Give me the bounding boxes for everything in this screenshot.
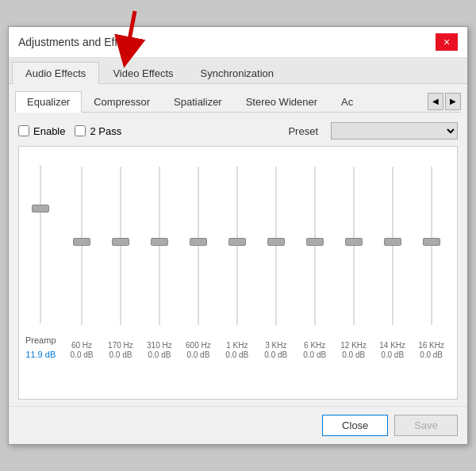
slider-group: 60 Hz0.0 dB170 Hz0.0 dB310 Hz0.0 dB600 H…: [63, 153, 451, 359]
slider-col-4: 1 KHz0.0 dB: [217, 153, 256, 359]
slider-col-1: 170 Hz0.0 dB: [101, 153, 140, 359]
vert-track-0: [81, 167, 83, 325]
vert-thumb-4[interactable]: [228, 238, 246, 246]
slider-track-2: [159, 153, 160, 338]
content-area: Equalizer Compressor Spatializer Stereo …: [9, 84, 467, 406]
slider-track-5: [275, 153, 277, 338]
vert-thumb-8[interactable]: [384, 238, 401, 246]
slider-track-6: [314, 153, 316, 338]
vert-thumb-2[interactable]: [151, 238, 168, 246]
preset-label: Preset: [288, 125, 318, 137]
close-button[interactable]: ×: [436, 33, 458, 51]
two-pass-checkbox-label[interactable]: 2 Pass: [75, 125, 121, 137]
dialog-title: Adjustments and Effects: [18, 36, 138, 48]
equalizer-area: Preamp 11.9 dB 60 Hz0.0 dB170 Hz0.0 dB31…: [18, 146, 458, 400]
sub-tab-prev-button[interactable]: ◀: [428, 93, 443, 110]
sub-tab-next-button[interactable]: ▶: [445, 93, 461, 110]
vert-track-7: [353, 167, 355, 325]
slider-col-9: 16 KHz0.0 dB: [412, 153, 451, 359]
slider-track-0: [81, 153, 83, 338]
freq-label-7: 12 KHz: [340, 341, 367, 350]
slider-track-3: [198, 153, 199, 338]
preamp-label: Preamp: [25, 335, 56, 345]
freq-label-0: 60 Hz: [71, 341, 92, 350]
preamp-column: Preamp 11.9 dB: [25, 153, 56, 359]
vert-thumb-3[interactable]: [190, 238, 207, 246]
vert-track-8: [392, 167, 393, 325]
vert-track-5: [275, 167, 277, 325]
vert-track-2: [159, 167, 160, 325]
freq-label-2: 310 Hz: [147, 341, 172, 350]
slider-col-2: 310 Hz0.0 dB: [140, 153, 178, 359]
db-label-7: 0.0 dB: [342, 350, 365, 359]
slider-track-4: [236, 153, 238, 338]
vert-thumb-9[interactable]: [423, 238, 440, 246]
freq-label-4: 1 KHz: [226, 341, 248, 350]
save-button[interactable]: Save: [394, 415, 458, 436]
db-label-3: 0.0 dB: [186, 350, 209, 359]
freq-label-3: 600 Hz: [186, 341, 211, 350]
db-label-6: 0.0 dB: [303, 350, 326, 359]
db-label-4: 0.0 dB: [225, 350, 248, 359]
dialog-window: Adjustments and Effects × Audio Effects …: [8, 26, 468, 445]
vert-track-3: [198, 167, 199, 325]
vert-track-6: [314, 167, 316, 325]
slider-track-8: [392, 153, 393, 338]
db-label-5: 0.0 dB: [264, 350, 287, 359]
vert-track-1: [120, 167, 121, 325]
db-label-0: 0.0 dB: [71, 350, 94, 359]
vert-thumb-0[interactable]: [73, 238, 90, 246]
freq-label-5: 3 KHz: [265, 341, 286, 350]
sub-tab-nav: ◀ ▶: [428, 93, 461, 110]
tab-synchronization[interactable]: Synchronization: [187, 62, 288, 84]
slider-track-1: [120, 153, 121, 338]
slider-col-5: 3 KHz0.0 dB: [256, 153, 295, 359]
slider-col-3: 600 Hz0.0 dB: [178, 153, 217, 359]
vert-thumb-1[interactable]: [112, 238, 129, 246]
freq-label-8: 14 KHz: [379, 341, 405, 350]
main-tabs: Audio Effects Video Effects Synchronizat…: [9, 58, 467, 84]
preamp-value: 11.9 dB: [25, 350, 56, 359]
footer: Close Save: [9, 406, 467, 444]
sub-tab-compressor[interactable]: Compressor: [82, 91, 162, 113]
preset-select[interactable]: [331, 122, 458, 140]
freq-label-1: 170 Hz: [108, 341, 133, 350]
db-label-1: 0.0 dB: [109, 350, 132, 359]
vert-track-4: [236, 167, 238, 325]
slider-track-7: [353, 153, 355, 338]
slider-col-6: 6 KHz0.0 dB: [295, 153, 334, 359]
sub-tabs: Equalizer Compressor Spatializer Stereo …: [15, 90, 461, 113]
sub-tab-stereo-widener[interactable]: Stereo Widener: [234, 91, 329, 113]
vert-thumb-7[interactable]: [345, 238, 363, 246]
vert-thumb-6[interactable]: [306, 238, 324, 246]
preamp-thumb[interactable]: [32, 205, 49, 213]
db-label-9: 0.0 dB: [420, 350, 443, 359]
slider-col-8: 14 KHz0.0 dB: [373, 153, 412, 359]
slider-col-7: 12 KHz0.0 dB: [334, 153, 373, 359]
slider-col-0: 60 Hz0.0 dB: [63, 153, 102, 359]
enable-checkbox-label[interactable]: Enable: [18, 125, 65, 137]
tab-video-effects[interactable]: Video Effects: [99, 62, 186, 84]
freq-label-9: 16 KHz: [418, 341, 444, 350]
close-dialog-button[interactable]: Close: [322, 415, 388, 436]
enable-checkbox[interactable]: [18, 125, 29, 136]
preamp-slider-wrap: [40, 153, 41, 335]
preamp-track: [40, 165, 41, 324]
sub-tab-spatializer[interactable]: Spatializer: [162, 91, 234, 113]
slider-track-9: [431, 153, 432, 338]
vert-track-9: [431, 167, 432, 325]
sliders-container: Preamp 11.9 dB 60 Hz0.0 dB170 Hz0.0 dB31…: [25, 153, 451, 359]
controls-bar: Enable 2 Pass Preset: [15, 119, 461, 146]
title-bar: Adjustments and Effects ×: [9, 27, 467, 58]
db-label-2: 0.0 dB: [148, 350, 171, 359]
sub-tab-equalizer[interactable]: Equalizer: [15, 91, 82, 113]
two-pass-checkbox[interactable]: [75, 125, 86, 136]
db-label-8: 0.0 dB: [381, 350, 404, 359]
freq-label-6: 6 KHz: [304, 341, 325, 350]
sub-tab-ac[interactable]: Ac: [329, 91, 365, 113]
tab-audio-effects[interactable]: Audio Effects: [12, 62, 99, 84]
vert-thumb-5[interactable]: [267, 238, 285, 246]
